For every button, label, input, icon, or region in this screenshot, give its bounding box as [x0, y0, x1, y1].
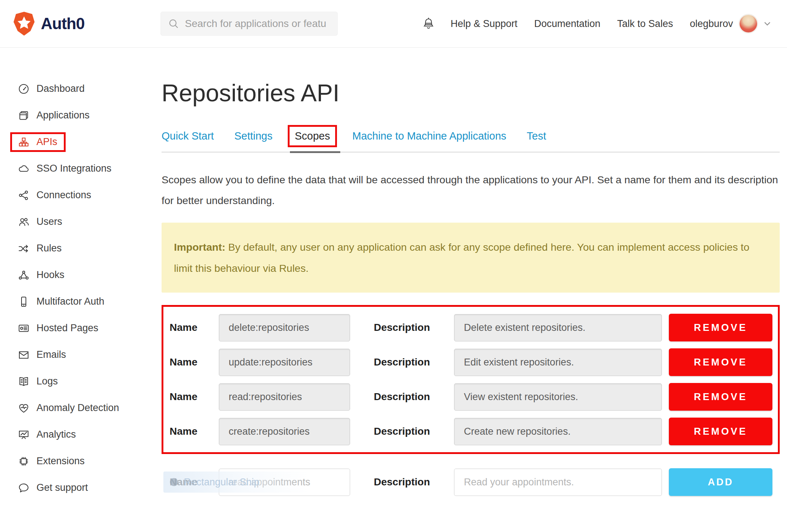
scopes-annotation-box: Name Description REMOVE Name Description… [162, 305, 780, 454]
remove-scope-button[interactable]: REMOVE [669, 314, 772, 341]
shuffle-icon [18, 242, 30, 255]
name-label: Name [168, 476, 219, 488]
name-label: Name [168, 426, 219, 437]
name-label: Name [168, 391, 219, 403]
important-banner: Important: By default, any user on any a… [162, 223, 780, 293]
description-label: Description [374, 322, 430, 333]
nav-help-support[interactable]: Help & Support [451, 18, 517, 30]
sidebar-item-apis[interactable]: APIs [0, 129, 148, 155]
sidebar-item-extensions[interactable]: Extensions [0, 448, 148, 474]
sidebar-item-box: Analytics [18, 429, 76, 441]
bell-icon [423, 17, 434, 30]
scopes-description: Scopes allow you to define the data that… [162, 169, 780, 211]
cloud-icon [18, 163, 30, 175]
hook-nodes-icon [18, 269, 30, 281]
nav-talk-to-sales[interactable]: Talk to Sales [617, 18, 673, 30]
sidebar-item-box: Emails [18, 349, 66, 361]
scope-row: Name Description REMOVE [168, 383, 772, 411]
scope-description-field [454, 349, 662, 376]
description-label: Description [374, 426, 430, 437]
sidebar-item-emails[interactable]: Emails [0, 341, 148, 368]
tab-machine-to-machine[interactable]: Machine to Machine Applications [352, 130, 506, 142]
sidebar: Dashboard Applications APIs [0, 48, 148, 501]
header-right-group: Help & Support Documentation Talk to Sal… [423, 15, 771, 32]
add-scope-button[interactable]: ADD [669, 468, 772, 496]
main-content: Repositories API Quick Start Settings Sc… [148, 48, 787, 501]
scope-description-field [454, 418, 662, 445]
smartphone-icon [18, 296, 30, 308]
sidebar-item-connections[interactable]: Connections [0, 182, 148, 208]
gauge-icon [18, 83, 30, 95]
sidebar-item-box: SSO Integrations [18, 163, 112, 175]
description-label: Description [374, 391, 430, 403]
tab-divider [162, 152, 780, 153]
sidebar-item-hosted-pages[interactable]: Hosted Pages [0, 315, 148, 341]
sidebar-item-anomaly-detection[interactable]: Anomaly Detection [0, 395, 148, 421]
sidebar-item-box: Anomaly Detection [18, 402, 119, 414]
sidebar-item-box: Multifactor Auth [18, 296, 104, 308]
hosted-page-icon [18, 322, 30, 335]
sidebar-item-box: Hosted Pages [18, 322, 98, 335]
description-label: Description [374, 476, 430, 488]
name-label: Name [168, 322, 219, 333]
description-label: Description [374, 356, 430, 368]
name-label: Name [168, 356, 219, 368]
sidebar-item-box: Extensions [18, 455, 85, 468]
sidebar-item-dashboard[interactable]: Dashboard [0, 75, 148, 102]
sidebar-item-box: Logs [18, 375, 58, 388]
sidebar-item-multifactor-auth[interactable]: Multifactor Auth [0, 288, 148, 315]
active-tab-indicator [290, 151, 340, 153]
api-blocks-icon [18, 136, 30, 148]
user-name: olegburov [690, 18, 733, 30]
scope-name-field [219, 418, 350, 445]
user-menu[interactable]: olegburov [690, 15, 771, 32]
users-icon [18, 216, 30, 228]
sidebar-item-get-support[interactable]: Get support [0, 474, 148, 501]
new-scope-description-input[interactable] [454, 469, 662, 496]
app-window-icon [18, 109, 30, 122]
scopes-tab-annotation-box: Scopes [288, 125, 337, 147]
scope-row: Name Description REMOVE [168, 418, 772, 445]
notifications-button[interactable] [423, 17, 434, 30]
speech-bubble-icon [18, 482, 30, 494]
chart-easel-icon [18, 429, 30, 441]
auth0-logo[interactable]: Auth0 [13, 11, 160, 36]
sidebar-item-box: Dashboard [18, 83, 85, 95]
tab-scopes[interactable]: Scopes [295, 130, 330, 142]
sidebar-item-box: Rules [18, 242, 62, 255]
sidebar-item-analytics[interactable]: Analytics [0, 421, 148, 448]
tab-test[interactable]: Test [527, 130, 546, 142]
new-scope-name-input[interactable] [219, 469, 350, 496]
logo-wordmark: Auth0 [41, 15, 85, 33]
scope-row: Name Description REMOVE [168, 348, 772, 376]
sidebar-item-hooks[interactable]: Hooks [0, 262, 148, 288]
auth0-shield-star-icon [13, 11, 35, 36]
envelope-icon [18, 349, 30, 361]
sidebar-item-rules[interactable]: Rules [0, 235, 148, 262]
tab-settings[interactable]: Settings [234, 130, 272, 142]
remove-scope-button[interactable]: REMOVE [669, 348, 772, 376]
nav-documentation[interactable]: Documentation [534, 18, 601, 30]
top-header: Auth0 Help & Support Documentation Talk … [0, 0, 787, 48]
scope-name-field [219, 383, 350, 411]
open-book-icon [18, 375, 30, 388]
sidebar-item-applications[interactable]: Applications [0, 102, 148, 129]
search-input[interactable] [184, 17, 330, 30]
tab-bar: Quick Start Settings Scopes Machine to M… [162, 130, 780, 142]
sidebar-item-logs[interactable]: Logs [0, 368, 148, 395]
sidebar-item-box: Users [18, 216, 62, 228]
sidebar-item-sso-integrations[interactable]: SSO Integrations [0, 155, 148, 182]
remove-scope-button[interactable]: REMOVE [669, 418, 772, 445]
scope-row: Name Description REMOVE [168, 314, 772, 341]
chip-icon [18, 455, 30, 468]
scope-name-field [219, 349, 350, 376]
remove-scope-button[interactable]: REMOVE [669, 383, 772, 411]
sidebar-item-users[interactable]: Users [0, 208, 148, 235]
sidebar-item-box: Applications [18, 109, 90, 122]
add-scope-row: Rectangular Snip Name Description ADD [168, 468, 772, 496]
tab-quick-start[interactable]: Quick Start [162, 130, 214, 142]
sidebar-item-box: APIs [10, 132, 66, 152]
chevron-down-icon [764, 21, 771, 26]
scope-description-field [454, 314, 662, 341]
search-icon [168, 18, 179, 29]
